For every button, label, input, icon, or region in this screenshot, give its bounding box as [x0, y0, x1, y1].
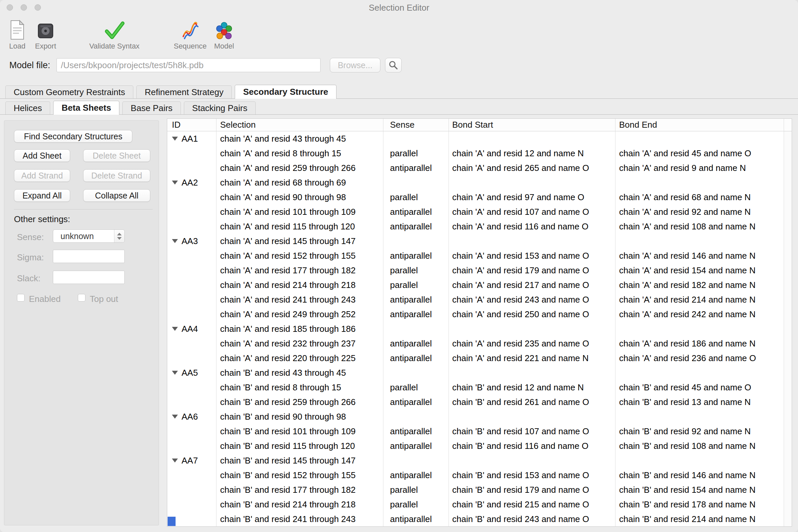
- column-header-sense[interactable]: Sense: [383, 119, 449, 131]
- table-row[interactable]: chain 'A' and resid 232 through 237antip…: [167, 336, 792, 351]
- sense-dropdown[interactable]: unknown: [53, 229, 125, 243]
- expand-all-button[interactable]: Expand All: [14, 189, 70, 202]
- disclosure-triangle-icon[interactable]: [172, 239, 178, 243]
- search-button[interactable]: [385, 58, 402, 73]
- cell-bond-start: chain 'A' and resid 107 and name O: [449, 207, 615, 217]
- table-row[interactable]: chain 'B' and resid 8 through 15parallel…: [167, 380, 792, 395]
- table-row[interactable]: chain 'B' and resid 241 through 243antip…: [167, 512, 792, 526]
- tab-base-pairs[interactable]: Base Pairs: [122, 101, 181, 114]
- table-row[interactable]: chain 'B' and resid 101 through 109antip…: [167, 424, 792, 439]
- table-row[interactable]: chain 'B' and resid 259 through 266antip…: [167, 395, 792, 409]
- table-row[interactable]: AA1chain 'A' and resid 43 through 45: [167, 131, 792, 146]
- cell-bond-end: chain 'A' and resid 182 and name N: [615, 280, 784, 290]
- table-row[interactable]: AA7chain 'B' and resid 145 through 147: [167, 453, 792, 468]
- cell-sense: antiparallel: [383, 163, 449, 173]
- model-file-input[interactable]: [57, 58, 321, 72]
- export-button[interactable]: Export: [31, 16, 60, 51]
- table-row[interactable]: AA5chain 'B' and resid 43 through 45: [167, 365, 792, 380]
- enabled-checkbox[interactable]: [17, 294, 25, 302]
- column-divider: [383, 119, 383, 526]
- table-row[interactable]: chain 'A' and resid 90 through 98paralle…: [167, 190, 792, 205]
- top-out-checkbox[interactable]: [78, 294, 86, 302]
- cell-selection: chain 'A' and resid 185 through 186: [216, 324, 383, 334]
- cell-selection: chain 'B' and resid 152 through 155: [216, 470, 383, 480]
- cell-bond-end: chain 'B' and resid 214 and name N: [615, 514, 784, 524]
- delete-strand-button[interactable]: Delete Strand: [83, 169, 150, 182]
- cell-bond-start: chain 'B' and resid 179 and name O: [449, 485, 615, 495]
- cell-selection: chain 'A' and resid 249 through 252: [216, 309, 383, 320]
- table-row[interactable]: chain 'B' and resid 152 through 155antip…: [167, 468, 792, 482]
- cell-bond-end: chain 'A' and resid 154 and name N: [615, 265, 784, 276]
- table-row[interactable]: chain 'A' and resid 8 through 15parallel…: [167, 146, 792, 160]
- tab-beta-sheets[interactable]: Beta Sheets: [53, 101, 119, 115]
- cell-sense: parallel: [383, 280, 449, 290]
- enabled-checkbox-label: Enabled: [29, 294, 60, 304]
- row-id-label: AA7: [182, 456, 198, 466]
- cell-id: AA6: [167, 412, 216, 422]
- table-row[interactable]: chain 'B' and resid 177 through 182paral…: [167, 482, 792, 497]
- table-row[interactable]: chain 'A' and resid 241 through 243antip…: [167, 292, 792, 307]
- model-button[interactable]: Model: [209, 16, 239, 51]
- column-header-bond-end[interactable]: Bond End: [615, 119, 784, 131]
- table-row[interactable]: chain 'A' and resid 220 through 225antip…: [167, 351, 792, 365]
- table-row[interactable]: chain 'A' and resid 249 through 252antip…: [167, 307, 792, 322]
- cell-bond-end: chain 'A' and resid 146 and name N: [615, 251, 784, 261]
- table-row[interactable]: chain 'A' and resid 214 through 218paral…: [167, 278, 792, 292]
- table-row[interactable]: chain 'B' and resid 115 through 120antip…: [167, 439, 792, 453]
- vertical-scrollbar[interactable]: [784, 119, 792, 526]
- disclosure-triangle-icon[interactable]: [172, 371, 178, 375]
- cell-sense: antiparallel: [383, 207, 449, 217]
- load-button[interactable]: Load: [5, 16, 30, 51]
- title-bar: Selection Editor: [0, 0, 798, 15]
- table-row[interactable]: chain 'A' and resid 115 through 120antip…: [167, 219, 792, 234]
- disclosure-triangle-icon[interactable]: [172, 415, 178, 419]
- export-disk-icon: [36, 16, 55, 41]
- validate-syntax-button[interactable]: Validate Syntax: [86, 16, 143, 51]
- browse-button[interactable]: Browse...: [330, 58, 380, 73]
- dropdown-stepper-icon[interactable]: [114, 230, 125, 242]
- cell-bond-start: chain 'B' and resid 261 and name O: [449, 397, 615, 407]
- cell-bond-start: chain 'A' and resid 217 and name O: [449, 280, 615, 290]
- table-row[interactable]: chain 'B' and resid 214 through 218paral…: [167, 497, 792, 512]
- cell-bond-end: chain 'A' and resid 242 and name N: [615, 309, 784, 320]
- column-header-selection[interactable]: Selection: [216, 119, 383, 131]
- table-row[interactable]: AA6chain 'B' and resid 90 through 98: [167, 409, 792, 424]
- tab-custom-geometry-restraints[interactable]: Custom Geometry Restraints: [5, 86, 133, 98]
- cell-bond-end: chain 'B' and resid 108 and name N: [615, 441, 784, 451]
- sequence-label: Sequence: [174, 42, 207, 51]
- table-row[interactable]: chain 'A' and resid 177 through 182paral…: [167, 263, 792, 278]
- disclosure-triangle-icon[interactable]: [172, 327, 178, 331]
- table-row[interactable]: AA2chain 'A' and resid 68 through 69: [167, 175, 792, 190]
- column-header-bond-start[interactable]: Bond Start: [449, 119, 615, 131]
- table-row[interactable]: chain 'A' and resid 101 through 109antip…: [167, 205, 792, 219]
- sigma-field[interactable]: [53, 250, 125, 263]
- selection-editor-window: Selection Editor Load: [0, 0, 798, 532]
- cell-selection: chain 'B' and resid 8 through 15: [216, 382, 383, 393]
- cell-bond-end: chain 'B' and resid 92 and name N: [615, 426, 784, 437]
- tab-stacking-pairs[interactable]: Stacking Pairs: [184, 101, 256, 114]
- column-header-id[interactable]: ID: [167, 119, 216, 131]
- tab-helices[interactable]: Helices: [5, 101, 50, 114]
- model-file-row: Model file: Browse...: [0, 57, 798, 73]
- cell-selection: chain 'A' and resid 241 through 243: [216, 294, 383, 305]
- disclosure-triangle-icon[interactable]: [172, 137, 178, 141]
- find-secondary-structures-button[interactable]: Find Secondary Structures: [14, 130, 132, 142]
- collapse-all-button[interactable]: Collapse All: [83, 189, 150, 202]
- table-row[interactable]: chain 'A' and resid 152 through 155antip…: [167, 248, 792, 263]
- sequence-button[interactable]: Sequence: [172, 16, 208, 51]
- tab-refinement-strategy[interactable]: Refinement Strategy: [136, 86, 232, 98]
- add-strand-button[interactable]: Add Strand: [14, 169, 70, 182]
- table-row[interactable]: AA3chain 'A' and resid 145 through 147: [167, 234, 792, 248]
- table-row[interactable]: AA4chain 'A' and resid 185 through 186: [167, 322, 792, 336]
- cell-id: AA3: [167, 236, 216, 246]
- table-row[interactable]: chain 'A' and resid 259 through 266antip…: [167, 160, 792, 175]
- disclosure-triangle-icon[interactable]: [172, 458, 178, 462]
- disclosure-triangle-icon[interactable]: [172, 180, 178, 185]
- row-id-label: AA6: [182, 412, 198, 422]
- slack-field[interactable]: [53, 271, 125, 284]
- add-sheet-button[interactable]: Add Sheet: [14, 149, 70, 162]
- delete-sheet-button[interactable]: Delete Sheet: [83, 149, 150, 162]
- sidebar-panel: Find Secondary Structures Add Sheet Dele…: [4, 120, 159, 525]
- cell-sense: parallel: [383, 192, 449, 203]
- tab-secondary-structure[interactable]: Secondary Structure: [235, 85, 337, 99]
